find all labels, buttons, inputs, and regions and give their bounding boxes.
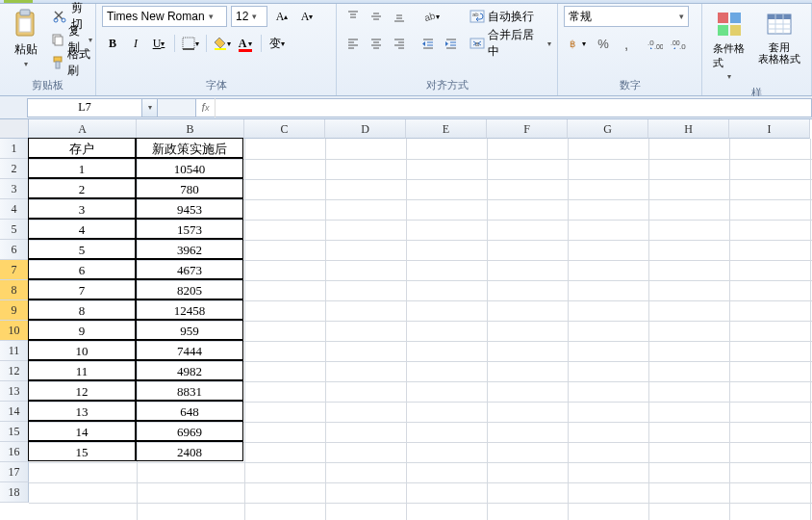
cell[interactable]: 15 (28, 441, 136, 461)
align-center-icon[interactable] (366, 33, 387, 54)
row-header[interactable]: 10 (0, 321, 29, 341)
row-header[interactable]: 18 (0, 482, 29, 503)
bold-button[interactable]: B (102, 33, 123, 54)
phonetic-button[interactable]: 变▾ (266, 33, 288, 54)
copy-button[interactable] (50, 29, 66, 50)
spreadsheet-grid[interactable]: ABCDEFGHI 123456789101112131415161718 存户… (0, 119, 812, 520)
row-header[interactable]: 4 (0, 199, 29, 220)
cell[interactable]: 6 (28, 259, 136, 279)
underline-button[interactable]: U▾ (148, 33, 169, 54)
row-header[interactable]: 5 (0, 220, 29, 240)
row-header[interactable]: 1 (0, 139, 29, 159)
font-size-combo[interactable]: 12▾ (231, 6, 267, 27)
fill-color-button[interactable]: ▾ (212, 33, 233, 54)
cell[interactable]: 780 (136, 178, 243, 198)
cell[interactable]: 14 (28, 421, 136, 441)
column-header[interactable]: G (568, 119, 648, 139)
column-header[interactable]: H (648, 119, 729, 139)
column-header[interactable]: C (244, 119, 325, 139)
cut-button[interactable] (50, 6, 69, 27)
column-header[interactable]: D (325, 119, 406, 139)
cell[interactable]: 存户 (28, 138, 136, 158)
italic-button[interactable]: I (125, 33, 146, 54)
cell[interactable]: 1 (28, 158, 136, 178)
fx-icon[interactable]: fx (196, 98, 216, 117)
cell[interactable]: 8205 (136, 279, 243, 299)
cell[interactable]: 10540 (136, 158, 243, 178)
cell[interactable]: 4982 (136, 360, 243, 380)
align-right-icon[interactable] (389, 33, 410, 54)
decrease-decimal-icon[interactable]: .00.0 (668, 33, 689, 54)
column-header[interactable]: I (729, 119, 810, 139)
wrap-text-button[interactable]: ab 自动换行 (469, 6, 551, 27)
conditional-format-button[interactable]: 条件格式 ▾ (708, 6, 749, 84)
row-header[interactable]: 12 (0, 361, 29, 381)
cell[interactable]: 8831 (136, 380, 243, 401)
row-header[interactable]: 8 (0, 280, 29, 300)
align-middle-icon[interactable] (366, 6, 387, 27)
cell[interactable]: 2 (28, 178, 136, 198)
paste-button[interactable]: 粘贴 ▾ (6, 6, 46, 71)
select-all-corner[interactable] (0, 119, 29, 139)
row-header[interactable]: 11 (0, 341, 29, 361)
formula-bar[interactable]: fx (196, 98, 812, 117)
cell[interactable]: 4673 (136, 259, 243, 279)
cell[interactable]: 4 (28, 219, 136, 239)
cell[interactable]: 5 (28, 239, 136, 259)
row-header[interactable]: 9 (0, 300, 29, 321)
row-header[interactable]: 7 (0, 260, 29, 280)
increase-decimal-icon[interactable]: .0.00 (645, 33, 666, 54)
row-header[interactable]: 15 (0, 422, 29, 442)
cell[interactable]: 1573 (136, 219, 243, 239)
cell[interactable]: 6969 (136, 421, 243, 441)
row-header[interactable]: 6 (0, 240, 29, 260)
align-bottom-icon[interactable] (389, 6, 410, 27)
row-header[interactable]: 3 (0, 179, 29, 199)
row-header[interactable]: 17 (0, 462, 29, 482)
cell[interactable]: 2408 (136, 441, 243, 461)
row-header[interactable]: 16 (0, 442, 29, 462)
name-box[interactable]: L7 (27, 98, 142, 117)
borders-button[interactable]: ▾ (180, 33, 201, 54)
cell[interactable]: 12 (28, 380, 136, 401)
decrease-font-icon[interactable]: A▾ (296, 6, 317, 27)
cell[interactable]: 7 (28, 279, 136, 299)
cell[interactable]: 新政策实施后 (136, 138, 243, 158)
cell[interactable]: 10 (28, 340, 136, 360)
align-left-icon[interactable] (343, 33, 364, 54)
cell[interactable]: 11 (28, 360, 136, 380)
row-header[interactable]: 2 (0, 159, 29, 179)
currency-icon[interactable]: ฿▾ (564, 33, 591, 54)
increase-indent-icon[interactable] (441, 33, 462, 54)
percent-icon[interactable]: % (593, 33, 614, 54)
svg-text:ab: ab (472, 12, 479, 17)
comma-icon[interactable]: , (616, 33, 637, 54)
cell[interactable]: 8 (28, 299, 136, 320)
number-format-combo[interactable]: 常规▾ (564, 6, 689, 27)
column-header[interactable]: E (406, 119, 487, 139)
cell[interactable]: 3962 (136, 239, 243, 259)
table-format-button[interactable]: 套用 表格格式 (753, 6, 805, 67)
row-header[interactable]: 14 (0, 402, 29, 422)
name-box-arrow[interactable]: ▾ (142, 98, 158, 117)
cell[interactable]: 13 (28, 401, 136, 421)
cell[interactable]: 12458 (136, 299, 243, 320)
decrease-indent-icon[interactable] (418, 33, 439, 54)
column-header[interactable]: A (29, 119, 137, 139)
cell[interactable]: 9453 (136, 198, 243, 219)
cell[interactable]: 7444 (136, 340, 243, 360)
cell[interactable]: 3 (28, 198, 136, 219)
merge-center-button[interactable]: a 合并后居中 ▾ (469, 33, 551, 54)
cell[interactable]: 959 (136, 320, 243, 340)
column-header[interactable]: F (487, 119, 568, 139)
cell[interactable]: 648 (136, 401, 243, 421)
font-color-button[interactable]: A▾ (235, 33, 256, 54)
format-painter-button[interactable] (50, 52, 65, 73)
font-name-combo[interactable]: Times New Roman▾ (102, 6, 227, 27)
row-header[interactable]: 13 (0, 381, 29, 402)
align-top-icon[interactable] (343, 6, 364, 27)
cell[interactable]: 9 (28, 320, 136, 340)
column-header[interactable]: B (137, 119, 244, 139)
orientation-icon[interactable]: ab▾ (418, 6, 444, 27)
increase-font-icon[interactable]: A▴ (271, 6, 292, 27)
